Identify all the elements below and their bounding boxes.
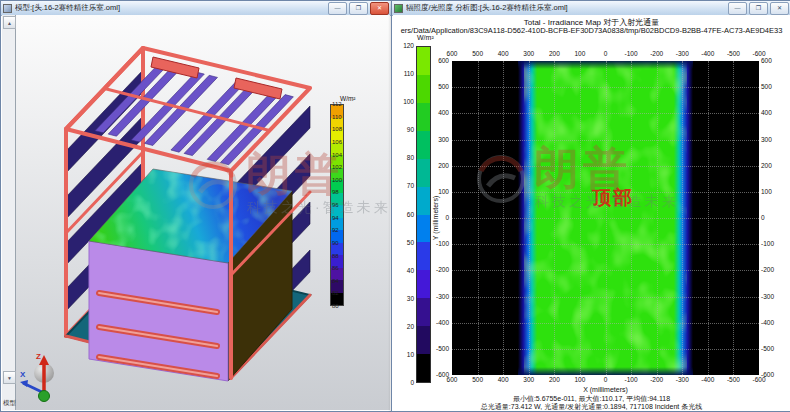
scroll-up-icon[interactable]: ▲ [3,16,16,29]
irradiance-map-canvas[interactable]: 顶部 [452,61,759,375]
stats-line-2: 总光通量:73.412 W, 光通量/发射光通量:0.1894, 717108 … [393,402,790,410]
y-ticks-right: 6005004003002001000-100-200-300-400-500-… [761,61,785,375]
colorbar-units-label: W/m² [417,34,434,41]
irradiance-window-icon [394,4,403,13]
irradiance-window-title: 辐照度/光照度 分析图:[头.16-2赛特精往乐室.oml] [406,3,725,13]
z-axis-label: Z [36,352,41,361]
x-axis-title: X (millimeters) [452,386,759,393]
minimize-icon: — [335,5,341,11]
model-window-icon [3,4,12,13]
model-tab[interactable]: 模型 [3,399,16,408]
restore-button[interactable]: ❐ [349,2,368,15]
scene-legend: W/m² 11211010810610410210098969492908886… [330,95,384,306]
axis-triad: Z X [18,351,70,409]
restore-icon: ❐ [756,5,761,11]
model-window: 模型:[头.16-2赛特精往乐室.oml] — ❐ ✕ ▲ ▼ 模型 [0,0,392,412]
close-icon: ✕ [777,5,782,11]
irradiance-window-titlebar[interactable]: 辐照度/光照度 分析图:[头.16-2赛特精往乐室.oml] — ❐ ✕ [392,1,790,16]
minimize-icon: — [735,5,741,11]
irradiance-map [452,61,759,375]
x-axis-label: X [20,370,26,379]
scroll-down-icon[interactable]: ▼ [3,371,16,384]
3d-viewport[interactable]: W/m² 11211010810610410210098969492908886… [16,15,390,410]
minimize-button[interactable]: — [328,2,347,15]
chart-subtitle-path: ers/Data/Application/83C9A118-D562-410D-… [393,26,790,35]
x-ticks-top: 6005004003002001000-100-200-300-400-500-… [452,51,759,59]
irradiance-window-content: Total - Irradiance Map 对于入射光通量 ers/Data/… [393,15,790,410]
close-icon: ✕ [377,5,382,11]
close-button[interactable]: ✕ [770,2,789,15]
restore-button[interactable]: ❐ [749,2,768,15]
irradiance-colorbar-ticks: 1201101009080706050403020100 [393,46,414,383]
x-ticks-bottom: 6005004003002001000-100-200-300-400-500-… [452,377,759,385]
model-window-title: 模型:[头.16-2赛特精往乐室.oml] [15,3,325,13]
model-window-titlebar[interactable]: 模型:[头.16-2赛特精往乐室.oml] — ❐ ✕ [1,1,391,16]
close-button[interactable]: ✕ [370,2,389,15]
minimize-button[interactable]: — [728,2,747,15]
plot-annotation: 顶部 [592,185,634,211]
scene-legend-ticks: 1121101081061041021009896949290888684828… [330,104,356,306]
y-axis-title: Y (millimeters) [432,178,442,258]
model-window-content: ▲ ▼ 模型 [2,15,390,410]
restore-icon: ❐ [356,5,361,11]
irradiance-window: 辐照度/光照度 分析图:[头.16-2赛特精往乐室.oml] — ❐ ✕ Tot… [391,0,790,412]
model-tree-scrollbar[interactable]: ▲ ▼ 模型 [2,15,16,410]
